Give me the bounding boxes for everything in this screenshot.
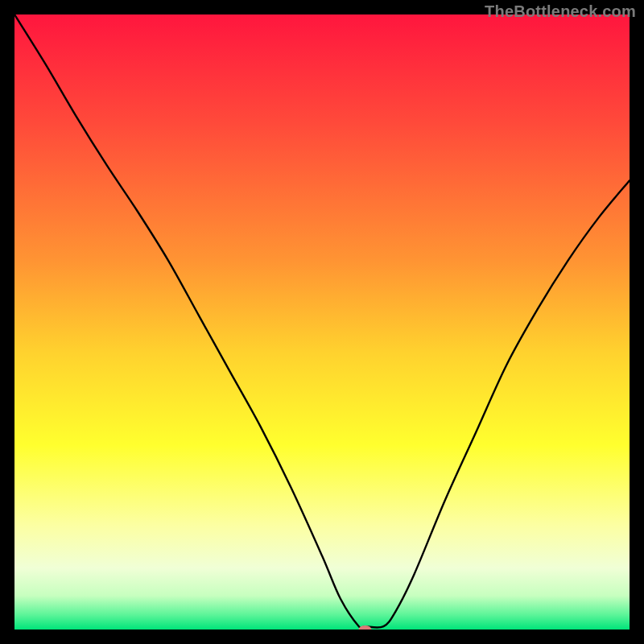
chart-frame: TheBottleneck.com — [0, 0, 644, 644]
bottleneck-chart — [14, 14, 630, 630]
plot-area — [14, 14, 630, 630]
gradient-background — [14, 14, 630, 630]
watermark-text: TheBottleneck.com — [485, 2, 636, 21]
